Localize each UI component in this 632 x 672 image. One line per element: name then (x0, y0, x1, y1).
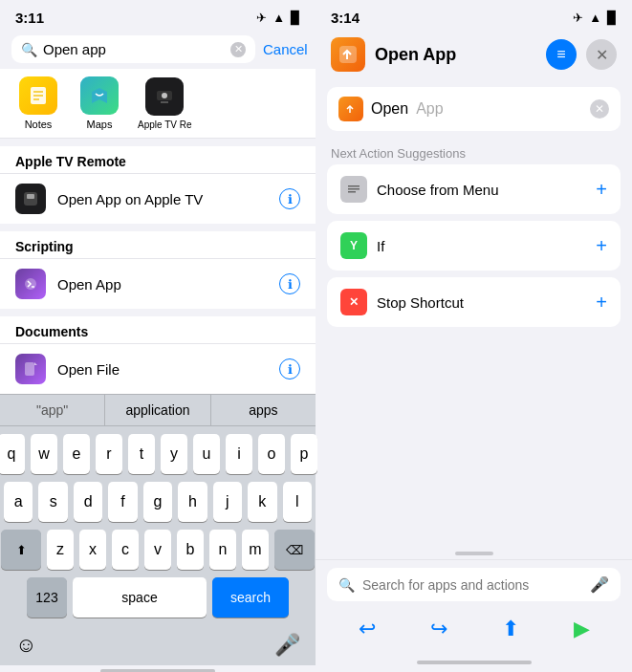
key-z[interactable]: z (47, 530, 74, 570)
cancel-button[interactable]: Cancel (263, 41, 308, 57)
suggestion-if[interactable]: Y If + (327, 221, 621, 271)
right-wifi-icon: ▲ (589, 11, 601, 25)
key-o[interactable]: o (258, 434, 285, 474)
documents-section: Documents Open File ℹ (0, 316, 316, 394)
bottom-search-input[interactable] (362, 577, 582, 593)
key-p[interactable]: p (291, 434, 317, 474)
key-v[interactable]: v (144, 530, 171, 570)
open-file-item[interactable]: Open File ℹ (0, 343, 316, 394)
key-m[interactable]: m (242, 530, 269, 570)
autocomplete-apps[interactable]: apps (211, 395, 316, 425)
appletv-remote-section: Apple TV Remote Open App on Apple TV ℹ (0, 146, 316, 224)
key-h[interactable]: h (178, 482, 207, 522)
notes-icon-item[interactable]: Notes (15, 76, 61, 130)
autocomplete-apps-label: apps (249, 402, 277, 418)
suggestion-stop-shortcut[interactable]: ✕ Stop Shortcut + (327, 277, 621, 327)
choose-menu-icon (340, 176, 367, 203)
app-icons-row: Notes Maps Apple TV Re (0, 69, 316, 139)
svg-rect-16 (348, 191, 356, 193)
numbers-key[interactable]: 123 (27, 577, 67, 618)
suggestion-choose-menu[interactable]: Choose from Menu + (327, 164, 621, 214)
key-i[interactable]: i (226, 434, 252, 474)
key-y[interactable]: y (161, 434, 187, 474)
docs-icon (15, 354, 46, 384)
mic-icon[interactable]: 🎤 (274, 633, 300, 658)
emoji-icon[interactable]: ☺ (15, 633, 36, 658)
close-button[interactable]: ✕ (586, 39, 617, 70)
field-app-placeholder: App (416, 100, 443, 118)
svg-marker-12 (34, 362, 37, 365)
autocomplete-app-quoted[interactable]: "app" (0, 395, 105, 425)
key-e[interactable]: e (63, 434, 90, 474)
open-app-appletv-info[interactable]: ℹ (279, 188, 300, 209)
shift-key[interactable]: ⬆ (1, 530, 41, 570)
search-icon: 🔍 (21, 42, 37, 57)
airplane-icon: ✈ (256, 11, 267, 25)
if-icon: Y (340, 232, 367, 259)
choose-menu-label: Choose from Menu (377, 182, 586, 198)
bottom-search-inner[interactable]: 🔍 🎤 (327, 568, 621, 601)
open-app-scripting-info[interactable]: ℹ (279, 273, 300, 294)
search-clear-button[interactable]: ✕ (230, 42, 246, 57)
search-input-wrap[interactable]: 🔍 ✕ (11, 35, 255, 63)
if-add-button[interactable]: + (596, 235, 607, 257)
next-action-label: Next Action Suggestions (316, 139, 632, 164)
key-u[interactable]: u (193, 434, 220, 474)
appletv-remote-header: Apple TV Remote (0, 146, 316, 173)
field-clear-button[interactable]: ✕ (590, 99, 609, 119)
key-t[interactable]: t (128, 434, 155, 474)
filter-button[interactable]: ≡ (546, 39, 577, 70)
redo-icon: ↪ (430, 617, 447, 641)
key-q[interactable]: q (0, 434, 25, 474)
key-r[interactable]: r (96, 434, 122, 474)
filter-icon: ≡ (556, 46, 565, 63)
undo-icon: ↩ (359, 617, 376, 641)
keyboard: q w e r t y u i o p a s d f g h j k l ⬆ … (0, 426, 316, 629)
stop-shortcut-add-button[interactable]: + (596, 292, 607, 314)
keyboard-row-4: 123 space search (4, 577, 312, 618)
key-g[interactable]: g (143, 482, 172, 522)
open-app-field[interactable]: Open App ✕ (327, 87, 621, 131)
right-time: 3:14 (331, 10, 360, 26)
key-b[interactable]: b (177, 530, 204, 570)
key-x[interactable]: x (79, 530, 106, 570)
open-file-info[interactable]: ℹ (279, 358, 300, 379)
open-app-appletv-item[interactable]: Open App on Apple TV ℹ (0, 173, 316, 224)
right-header: Open App ≡ ✕ (316, 30, 632, 79)
key-j[interactable]: j (213, 482, 242, 522)
choose-menu-add-button[interactable]: + (596, 179, 607, 201)
search-input[interactable] (43, 41, 225, 57)
key-f[interactable]: f (108, 482, 137, 522)
redo-button[interactable]: ↪ (430, 617, 447, 641)
field-open-label: Open (371, 100, 408, 118)
left-status-bar: 3:11 ✈ ▲ ▉ (0, 0, 316, 30)
appletv-icon-item[interactable]: Apple TV Re (138, 77, 192, 130)
key-w[interactable]: w (31, 434, 57, 474)
key-l[interactable]: l (283, 482, 312, 522)
maps-icon-item[interactable]: Maps (76, 76, 122, 130)
open-app-scripting-label: Open App (57, 276, 268, 293)
keyboard-row-1: q w e r t y u i o p (4, 434, 312, 474)
autocomplete-bar: "app" application apps (0, 394, 316, 426)
undo-button[interactable]: ↩ (359, 617, 376, 641)
delete-key[interactable]: ⌫ (274, 530, 315, 570)
key-c[interactable]: c (112, 530, 139, 570)
share-button[interactable]: ⬆ (502, 617, 519, 641)
space-key[interactable]: space (73, 577, 207, 618)
search-key[interactable]: search (212, 577, 289, 618)
svg-rect-11 (25, 362, 34, 376)
bottom-mic-icon[interactable]: 🎤 (590, 575, 609, 594)
open-app-scripting-item[interactable]: Open App ℹ (0, 258, 316, 309)
svg-rect-15 (348, 188, 360, 190)
key-n[interactable]: n (209, 530, 236, 570)
documents-header: Documents (0, 316, 316, 343)
autocomplete-application[interactable]: application (105, 395, 210, 425)
key-a[interactable]: a (4, 482, 33, 522)
play-button[interactable]: ▶ (574, 617, 590, 641)
field-icon (338, 97, 363, 121)
key-s[interactable]: s (38, 482, 67, 522)
scripting-icon (15, 269, 46, 299)
key-k[interactable]: k (248, 482, 276, 522)
key-d[interactable]: d (74, 482, 102, 522)
open-app-appletv-label: Open App on Apple TV (57, 191, 268, 207)
